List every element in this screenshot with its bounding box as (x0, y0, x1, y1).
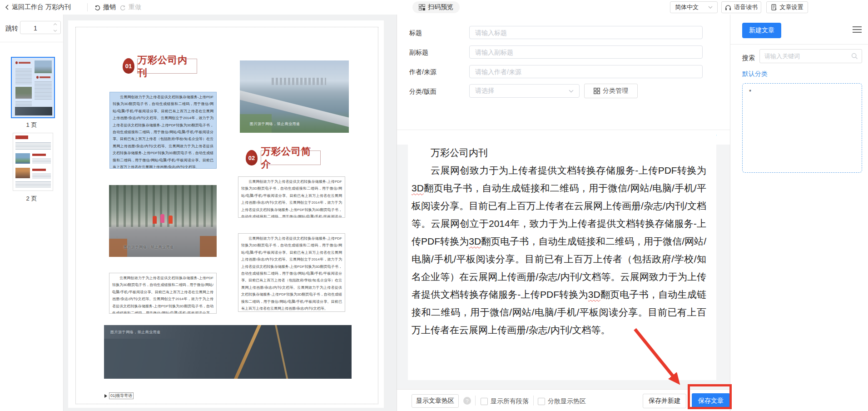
category-select[interactable]: 请选择 (469, 84, 580, 98)
category-label: 分类/版面 (409, 88, 436, 96)
page-footer-link[interactable]: 01|领导寄语 (104, 392, 134, 399)
show-hotzone-button[interactable]: 显示文章热区 (412, 394, 459, 408)
page-thumbnail-1-label: 1 页 (0, 121, 63, 129)
page-navigation-sidebar: 跳转 1 页 (0, 15, 64, 411)
subtitle-label: 副标题 (409, 49, 428, 57)
undo-icon (94, 4, 101, 11)
author-input[interactable] (469, 65, 703, 78)
author-label: 作者/来源 (409, 68, 436, 76)
section-1-title[interactable]: 万彩公司内刊 (137, 59, 197, 74)
article-list-panel: 新建文章 搜索 默认分类 * (730, 15, 868, 411)
category-drop-area[interactable]: * (742, 83, 862, 173)
page-thumbnail-1[interactable] (11, 57, 55, 118)
divider (0, 42, 63, 42)
photo-caption: 图片源于网络，禁止商业用途 (124, 245, 174, 250)
page-down-button[interactable] (50, 28, 60, 34)
scatter-hotzone-checkbox[interactable] (538, 398, 545, 405)
scatter-hotzone-option[interactable]: 分散显示热区 (538, 397, 586, 406)
redo-button[interactable]: 重做 (119, 0, 141, 15)
article-title[interactable]: 万彩公司内刊 (412, 144, 706, 161)
text-block[interactable]: 云展网创致力于为上传者提供文档转换存储服务-上传PDF转换为3D翻页电子书，自动… (109, 273, 217, 314)
save-and-new-button[interactable]: 保存并新建 (643, 394, 686, 408)
top-toolbar: 返回工作台 万彩内刊 撤销 重做 扫码预览 简体中文 (0, 0, 868, 15)
search-input[interactable] (759, 49, 862, 63)
section-2-title[interactable]: 万彩公司简介 (261, 150, 321, 165)
divider (87, 3, 88, 11)
back-label: 返回工作台 (12, 3, 44, 11)
jump-page-stepper (20, 21, 61, 34)
article-body[interactable]: 云展网创致力于为上传者提供文档转换存储服务-上传PDF转换为3D翻页电子书，自动… (412, 161, 706, 339)
help-icon[interactable]: ? (463, 397, 471, 405)
article-content-editor[interactable]: 万彩公司内刊 云展网创致力于为上传者提供文档转换存储服务-上传PDF转换为3D翻… (408, 132, 716, 380)
text-block[interactable]: 云展网创致力于为上传者提供文档转换存储服务-上传PDF转换为3D翻页电子书，自动… (238, 233, 345, 312)
chevron-down-icon (569, 90, 574, 93)
section-2-badge[interactable]: 02 (246, 150, 258, 165)
redo-icon (119, 4, 126, 11)
city-bridge-photo[interactable]: 图片源于网络，禁止商业用途 (240, 60, 349, 133)
manage-categories-button[interactable]: 分类管理 (584, 84, 638, 98)
article-editor-panel: 标题 副标题 作者/来源 分类/版面 请选择 分类管理 上传图片 (397, 15, 730, 411)
article-form: 标题 副标题 作者/来源 分类/版面 请选择 分类管理 (397, 15, 730, 130)
editor-footer-bar: 显示文章热区 ? 显示所有段落 分散显示热区 保存并新建 保存文章 (397, 389, 730, 411)
qr-code-icon (419, 4, 425, 10)
show-all-paragraphs-checkbox[interactable] (481, 398, 488, 405)
document-settings-icon (771, 4, 777, 10)
page-up-button[interactable] (50, 21, 60, 27)
document-preview-area: 01 万彩公司内刊 云展网创致力于为上传者提供文档转换存储服务-上传PDF转换为… (64, 15, 397, 411)
search-label: 搜索 (742, 54, 755, 62)
scan-preview-button[interactable]: 扫码预览 (412, 1, 460, 13)
text-block[interactable]: 云展网创致力于为上传者提供文档转换存储服务-上传PDF转换为3D翻页电子书，自动… (238, 176, 345, 218)
photo-caption: 图片源于网络，禁止商业用途 (110, 330, 161, 335)
night-city-panorama-photo[interactable]: 图片源于网络，禁止商业用途 (104, 325, 352, 379)
title-label: 标题 (409, 29, 422, 37)
magazine-page: 01 万彩公司内刊 云展网创致力于为上传者提供文档转换存储服务-上传PDF转换为… (68, 20, 384, 408)
new-article-button[interactable]: 新建文章 (742, 23, 781, 38)
document-title: 万彩内刊 (45, 0, 71, 15)
jump-label: 跳转 (5, 25, 18, 33)
undo-button[interactable]: 撤销 (94, 0, 116, 15)
divider (41, 3, 41, 11)
title-input[interactable] (469, 26, 703, 39)
search-box (759, 49, 862, 63)
show-all-paragraphs-option[interactable]: 显示所有段落 (481, 397, 529, 406)
divider (533, 396, 534, 406)
subtitle-input[interactable] (469, 45, 703, 59)
grid-icon (594, 88, 600, 94)
chevron-down-icon (53, 30, 57, 32)
section-1-badge[interactable]: 01 (123, 58, 134, 74)
article-settings-button[interactable]: 文章设置 (766, 1, 808, 13)
hamburger-menu-icon[interactable] (853, 26, 862, 33)
language-select[interactable]: 简体中文 (670, 1, 718, 13)
jump-page-input[interactable] (20, 21, 50, 35)
photo-caption: 图片源于网络，禁止商业用途 (250, 121, 300, 126)
headphones-icon (725, 5, 731, 10)
play-icon (104, 394, 107, 398)
search-icon (851, 53, 858, 60)
page-thumbnail-2-label: 2 页 (0, 195, 63, 203)
voice-reading-button[interactable]: 语音读书 (721, 1, 761, 13)
back-to-workspace-link[interactable]: 返回工作台 (5, 0, 44, 15)
divider (730, 44, 868, 45)
chevron-up-icon (53, 23, 57, 25)
divider (475, 396, 476, 406)
chevron-down-icon (708, 6, 713, 9)
category-item[interactable]: * (749, 88, 751, 95)
people-on-road-photo[interactable]: 图片源于网络，禁止商业用途 (109, 185, 217, 257)
page-thumbnail-2[interactable] (13, 133, 53, 191)
text-block-selected[interactable]: 云展网创致力于为上传者提供文档转换存储服务-上传PDF转换为3D翻页电子书，自动… (109, 92, 217, 169)
save-article-button[interactable]: 保存文章 (692, 393, 730, 409)
back-chevron-icon (5, 5, 10, 10)
default-category-link[interactable]: 默认分类 (742, 70, 768, 78)
